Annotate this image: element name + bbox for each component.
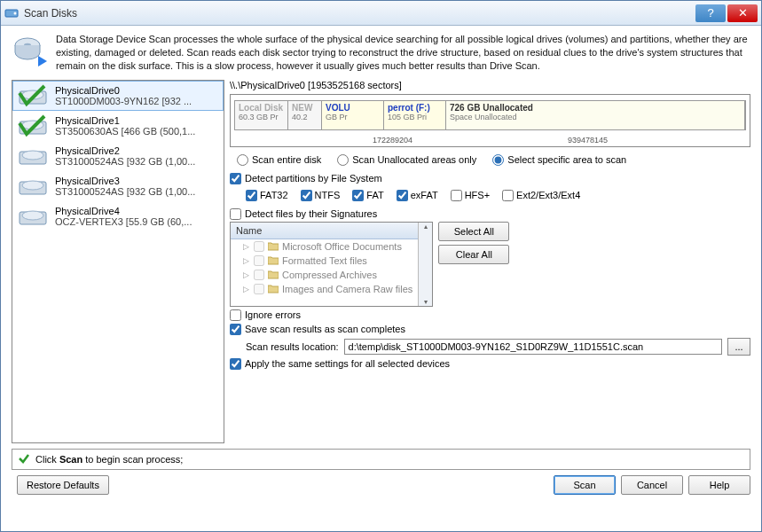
save-results-checkbox[interactable] bbox=[230, 324, 241, 335]
drive-name: PhysicalDrive0 bbox=[55, 85, 192, 96]
app-icon bbox=[4, 6, 19, 20]
expand-icon: ▷ bbox=[243, 256, 250, 265]
drive-name: PhysicalDrive3 bbox=[55, 176, 195, 186]
svg-point-14 bbox=[22, 211, 43, 220]
sector-label-a: 172289204 bbox=[373, 136, 412, 145]
clear-all-button[interactable]: Clear All bbox=[438, 245, 509, 264]
location-label: Scan results location: bbox=[246, 341, 339, 352]
fs-checkbox-ntfs[interactable]: NTFS bbox=[301, 190, 341, 201]
fs-checkbox-exfat[interactable]: exFAT bbox=[397, 190, 438, 201]
apply-same-checkbox[interactable] bbox=[230, 358, 241, 370]
partition-segment[interactable]: 726 GB UnallocatedSpace Unallocated bbox=[446, 101, 745, 129]
signature-category[interactable]: ▷Compressed Archives bbox=[231, 268, 418, 282]
drive-icon bbox=[18, 84, 50, 107]
svg-point-10 bbox=[22, 151, 43, 160]
drive-list[interactable]: PhysicalDrive0ST1000DM003-9YN162 [932 ..… bbox=[12, 80, 224, 443]
scan-button[interactable]: Scan bbox=[554, 475, 616, 495]
drive-desc: ST3500630AS [466 GB (500,1... bbox=[55, 126, 195, 137]
save-results-label: Save scan results as scan completes bbox=[245, 324, 405, 334]
titlebar-help-button[interactable]: ? bbox=[695, 4, 726, 22]
partition-segment[interactable]: NEW40.2 bbox=[288, 101, 322, 129]
signature-header: Name bbox=[231, 223, 418, 239]
signature-category[interactable]: ▷Microsoft Office Documents bbox=[231, 239, 418, 254]
signature-category[interactable]: ▷Formatted Text files bbox=[231, 254, 418, 268]
fs-checkbox-fat[interactable]: FAT bbox=[352, 190, 383, 201]
help-button[interactable]: Help bbox=[688, 475, 750, 495]
drive-desc: ST31000524AS [932 GB (1,00... bbox=[55, 156, 195, 167]
drive-item[interactable]: PhysicalDrive1ST3500630AS [466 GB (500,1… bbox=[12, 111, 224, 141]
folder-icon bbox=[268, 242, 279, 251]
status-bar: Click Scan to begin scan process; bbox=[12, 449, 750, 470]
signature-tree[interactable]: Name ▷Microsoft Office Documents▷Formatt… bbox=[231, 223, 418, 306]
expand-icon: ▷ bbox=[243, 242, 250, 251]
svg-marker-4 bbox=[38, 56, 47, 66]
scrollbar[interactable]: ▴▾ bbox=[418, 223, 432, 306]
detect-fs-checkbox[interactable] bbox=[230, 173, 241, 184]
drive-item[interactable]: PhysicalDrive0ST1000DM003-9YN162 [932 ..… bbox=[12, 81, 224, 111]
fs-checkbox-ext2ext3ext4[interactable]: Ext2/Ext3/Ext4 bbox=[502, 190, 580, 201]
folder-icon bbox=[268, 270, 279, 279]
scan-disk-icon bbox=[12, 33, 47, 68]
partition-segment[interactable]: perrot (F:)105 GB Pri bbox=[384, 101, 446, 129]
svg-point-1 bbox=[14, 12, 17, 14]
cancel-button[interactable]: Cancel bbox=[621, 475, 683, 495]
radio-scan-specific[interactable]: Select specific area to scan bbox=[492, 154, 626, 166]
drive-name: PhysicalDrive2 bbox=[55, 145, 195, 156]
drive-desc: ST31000524AS [932 GB (1,00... bbox=[55, 186, 195, 197]
drive-icon bbox=[18, 205, 50, 228]
fs-checkbox-fat32[interactable]: FAT32 bbox=[246, 190, 288, 201]
expand-icon: ▷ bbox=[243, 270, 250, 279]
select-all-button[interactable]: Select All bbox=[438, 222, 509, 241]
drive-icon bbox=[18, 145, 50, 168]
detect-sig-checkbox[interactable] bbox=[230, 208, 241, 220]
apply-same-label: Apply the same settings for all selected… bbox=[245, 358, 450, 369]
ignore-errors-checkbox[interactable] bbox=[230, 309, 241, 321]
check-icon bbox=[18, 452, 30, 466]
detect-fs-label: Detect partitions by File System bbox=[245, 173, 382, 184]
ignore-errors-label: Ignore errors bbox=[245, 309, 301, 320]
window-title: Scan Disks bbox=[24, 7, 694, 20]
folder-icon bbox=[268, 256, 279, 265]
device-path: \\.\PhysicalDrive0 [1953525168 sectors] bbox=[230, 80, 750, 90]
drive-desc: ST1000DM003-9YN162 [932 ... bbox=[55, 96, 192, 106]
partition-map[interactable]: Local Disk60.3 GB PrNEW40.2VOLUGB Prperr… bbox=[230, 94, 750, 147]
titlebar-close-button[interactable]: ✕ bbox=[727, 4, 758, 22]
drive-name: PhysicalDrive1 bbox=[55, 115, 195, 126]
drive-item[interactable]: PhysicalDrive3ST31000524AS [932 GB (1,00… bbox=[12, 171, 224, 201]
drive-desc: OCZ-VERTEX3 [55.9 GB (60,... bbox=[55, 216, 192, 227]
drive-icon bbox=[18, 175, 50, 198]
drive-item[interactable]: PhysicalDrive4OCZ-VERTEX3 [55.9 GB (60,.… bbox=[12, 201, 224, 231]
signature-category[interactable]: ▷Images and Camera Raw files bbox=[231, 282, 418, 296]
browse-button[interactable]: ... bbox=[727, 338, 750, 356]
detect-sig-label: Detect files by their Signatures bbox=[245, 208, 377, 219]
partition-segment[interactable]: VOLUGB Pr bbox=[322, 101, 384, 129]
folder-icon bbox=[268, 285, 279, 293]
drive-icon bbox=[18, 114, 50, 137]
status-text: Click Scan to begin scan process; bbox=[35, 454, 183, 465]
restore-defaults-button[interactable]: Restore Defaults bbox=[17, 475, 109, 495]
radio-scan-entire[interactable]: Scan entire disk bbox=[237, 154, 321, 166]
partition-segment[interactable]: Local Disk60.3 GB Pr bbox=[235, 101, 288, 129]
drive-name: PhysicalDrive4 bbox=[55, 206, 192, 216]
intro-text: Data Storage Device Scan processes the w… bbox=[56, 33, 750, 73]
svg-point-12 bbox=[22, 181, 43, 190]
drive-item[interactable]: PhysicalDrive2ST31000524AS [932 GB (1,00… bbox=[12, 141, 224, 171]
fs-checkbox-hfs[interactable]: HFS+ bbox=[451, 190, 490, 201]
sector-label-b: 939478145 bbox=[568, 136, 608, 145]
location-input[interactable] bbox=[344, 339, 722, 355]
radio-scan-unallocated[interactable]: Scan Unallocated areas only bbox=[337, 154, 476, 166]
expand-icon: ▷ bbox=[243, 285, 250, 293]
